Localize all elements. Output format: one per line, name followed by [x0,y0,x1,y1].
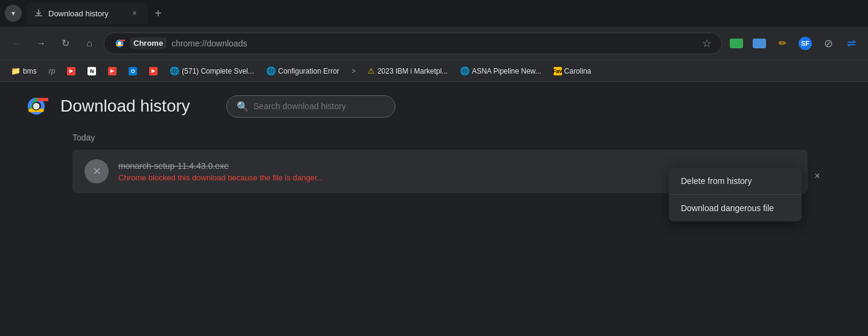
chrome-logo-large [24,94,48,118]
toolbar-extensions: ✏ SF ⊘ ⇌ [727,34,861,53]
youtube-icon-3: ▶ [149,67,158,75]
bookmark-youtube2[interactable]: ▶ [103,65,121,78]
bookmark-carolina-label: Carolina [564,67,592,75]
ext-circle-icon: ⊘ [824,37,833,50]
search-icon: 🔍 [237,101,249,112]
forward-icon: → [36,38,46,49]
page-header: Download history 🔍 [24,94,844,118]
ext-cam-icon [753,39,766,48]
download-section: ✕ monarch-setup-11.4.43.0.exe Chrome blo… [24,150,844,193]
ext-sf-icon: SF [799,37,812,50]
bookmarks-bar: 📁 bms rp ▶ N ▶ O ▶ 🌐 (571) Complete Svel… [0,60,868,82]
forward-button[interactable]: → [31,34,51,53]
bookmark-carolina[interactable]: Fav Carolina [549,65,596,78]
back-icon: ← [12,38,22,49]
svg-point-1 [118,42,121,45]
download-blocked-icon: ✕ [85,159,109,183]
bookmark-rp-label: rp [49,67,56,75]
chrome-badge: Chrome [130,37,167,49]
download-tab-icon [34,8,43,18]
ext-video-icon [730,39,743,48]
youtube-icon-2: ▶ [108,67,116,75]
refresh-button[interactable]: ↻ [56,34,75,53]
bookmark-youtube3[interactable]: ▶ [144,65,162,78]
active-tab[interactable]: Download history × [27,2,147,24]
bookmark-youtube1[interactable]: ▶ [62,65,80,78]
bookmark-asna-label: ASNA Pipeline New... [472,67,541,75]
search-input[interactable] [254,101,385,111]
tab-close-button[interactable]: × [129,8,140,19]
fav-icon-carolina: Fav [554,67,562,75]
bookmark-outlook[interactable]: O [124,65,142,78]
ext-arrows-icon: ⇌ [847,37,856,50]
bookmark-asna[interactable]: 🌐 ASNA Pipeline New... [455,64,546,78]
new-tab-button[interactable]: + [150,5,167,22]
globe-icon-svelte: 🌐 [170,66,179,75]
refresh-icon: ↻ [62,37,69,49]
download-dangerous-item[interactable]: Download dangerous file [669,195,802,221]
bookmark-svelte[interactable]: 🌐 (571) Complete Svel... [165,64,258,78]
bookmark-svelte-label: (571) Complete Svel... [182,67,254,75]
tab-bar-left: ▾ [5,5,22,22]
address-text: chrome://downloads [171,39,697,48]
globe-icon-config: 🌐 [266,66,276,75]
page-content: Download history 🔍 Today ✕ monarch-setup… [0,82,868,336]
address-bar[interactable]: Chrome chrome://downloads ☆ [104,33,722,54]
bookmark-ibm-label: 2023 IBM i Marketpl... [377,67,448,75]
notion-icon: N [88,67,96,75]
ext-circle-button[interactable]: ⊘ [819,34,838,53]
tab-bar: ▾ Download history × + [0,0,868,27]
back-button[interactable]: ← [7,34,27,53]
search-box[interactable]: 🔍 [226,95,395,118]
bookmark-bms[interactable]: 📁 bms [6,64,42,78]
home-button[interactable]: ⌂ [80,34,99,53]
bookmark-config-label: Configuration Error [278,67,339,75]
bookmark-sep: > [346,65,360,78]
page-title: Download history [60,97,190,116]
globe-icon-asna: 🌐 [460,66,470,75]
ext-sf-button[interactable]: SF [796,34,815,53]
youtube-icon-1: ▶ [67,67,75,75]
bookmark-config[interactable]: 🌐 Configuration Error [261,64,344,78]
tab-dropdown-button[interactable]: ▾ [5,5,22,22]
delete-from-history-item[interactable]: Delete from history [669,168,802,195]
context-menu-close-button[interactable]: × [809,168,826,185]
toolbar: ← → ↻ ⌂ Chrome chrome://downloads ☆ ✏ [0,27,868,60]
ext-video-button[interactable] [727,34,746,53]
section-label: Today [72,133,844,142]
tab-title: Download history [48,9,124,18]
bookmark-bms-label: bms [23,67,37,75]
ext-pen-icon: ✏ [779,37,787,49]
chrome-logo-small [114,38,125,49]
outlook-icon: O [129,67,137,75]
ext-arrows-button[interactable]: ⇌ [841,34,861,53]
chrome-badge-text: Chrome [133,39,163,48]
bookmark-star-button[interactable]: ☆ [702,37,712,50]
warning-icon-ibm: ⚠ [368,66,375,75]
svg-point-4 [33,103,40,110]
bookmark-notion[interactable]: N [83,65,101,78]
bookmark-rp[interactable]: rp [44,65,60,78]
home-icon: ⌂ [86,38,92,49]
x-icon: ✕ [92,165,101,178]
folder-icon: 📁 [11,66,21,75]
bookmark-ibm[interactable]: ⚠ 2023 IBM i Marketpl... [363,64,453,78]
ext-cam-button[interactable] [750,34,769,53]
separator-label: > [351,67,356,75]
ext-pen-button[interactable]: ✏ [773,34,792,53]
context-menu: Delete from history Download dangerous f… [669,168,802,221]
